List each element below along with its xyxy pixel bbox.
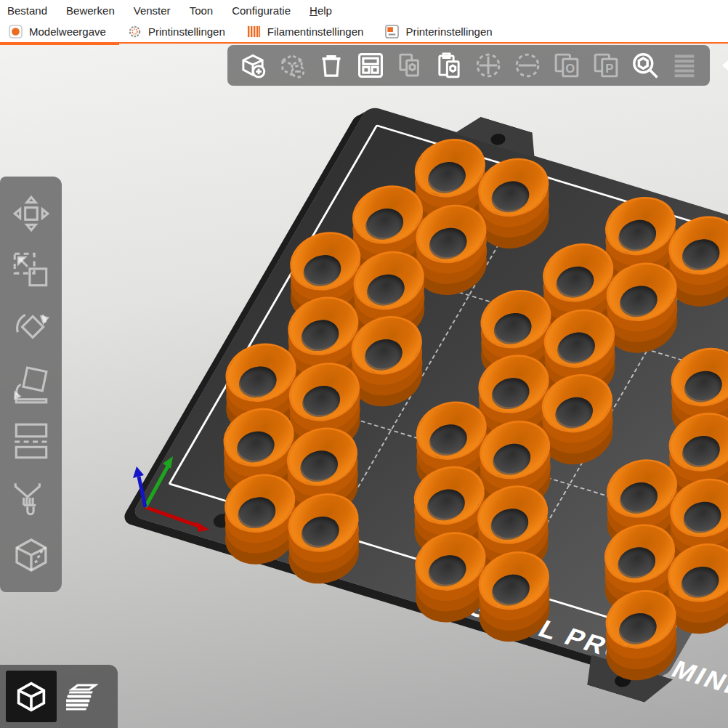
left-toolbar [0, 177, 62, 592]
tab-printerinstellingen[interactable]: Printerinstellingen [376, 20, 505, 42]
copy-button [390, 48, 429, 83]
view-switcher [0, 665, 118, 728]
rotate-tool-button[interactable] [8, 304, 54, 351]
z-axis-arrow [133, 466, 144, 478]
tab-printinstellingen[interactable]: Printinstellingen [119, 20, 238, 42]
move-tool-button[interactable] [8, 190, 54, 237]
delete-all-button[interactable] [312, 48, 351, 83]
ring-hole [676, 432, 726, 471]
cut-tool-button[interactable] [8, 418, 54, 464]
split-parts-button: P [586, 48, 626, 83]
collapse-sidebar-arrow[interactable] [722, 60, 728, 71]
paste-button[interactable] [429, 48, 469, 83]
menu-item-configuratie[interactable]: Configuratie [232, 4, 291, 17]
ring-hole [613, 282, 663, 321]
tab-modelweergave[interactable]: Modelweergave [0, 20, 119, 42]
ring-hole [678, 367, 728, 406]
place-on-face-tool-button[interactable] [8, 361, 54, 408]
menu-item-bewerken[interactable]: Bewerken [66, 4, 115, 17]
paint-supports-tool-button[interactable] [8, 475, 54, 522]
ring-hole [423, 420, 473, 459]
ring-hole [612, 216, 663, 255]
ring-hole [550, 262, 600, 302]
scale-tool-button[interactable] [8, 247, 54, 294]
ring-hole [296, 381, 347, 421]
menu-item-venster[interactable]: Venster [134, 4, 171, 17]
ring-hole [360, 270, 410, 310]
menu-item-toon[interactable]: Toon [190, 4, 214, 17]
ring-hole [485, 177, 535, 217]
ring-hole [360, 204, 410, 243]
arrange-button[interactable] [351, 48, 390, 83]
filament-settings-icon [247, 25, 261, 39]
printer-settings-icon [385, 25, 399, 39]
editor-3d-button[interactable] [6, 671, 57, 722]
ring-hole [421, 485, 471, 525]
ring-hole [487, 440, 537, 479]
ring-hole [612, 609, 663, 648]
ring-hole [551, 328, 601, 368]
search-button[interactable] [626, 48, 665, 83]
ring-hole [294, 446, 344, 485]
remove-instance-button [508, 48, 547, 83]
ring-hole [612, 543, 662, 582]
ring-hole [549, 393, 599, 432]
seam-tool-button[interactable] [8, 532, 54, 578]
top-toolbar: OP [227, 45, 710, 86]
ring-hole [485, 504, 535, 543]
bed-back-tab-notch [488, 132, 508, 147]
ring-hole [230, 427, 280, 466]
ring-hole [232, 493, 282, 533]
delete-button [272, 48, 312, 83]
ring-hole [488, 309, 538, 348]
ring-hole [232, 363, 283, 402]
model-view-icon [9, 25, 23, 39]
ring-hole [675, 562, 725, 602]
variable-layer-height-button [665, 48, 704, 83]
ring-hole [295, 316, 345, 355]
svg-text:P: P [605, 62, 613, 76]
print-bed: ORIGINAL PRUSA MINI [131, 105, 728, 679]
preview-layers-button[interactable] [61, 671, 112, 722]
ring-hole [423, 224, 473, 263]
add-instance-button [469, 48, 508, 83]
print-settings-icon [128, 25, 142, 39]
ring-hole [676, 235, 726, 275]
menu-item-help[interactable]: Help [310, 4, 332, 17]
svg-text:O: O [565, 62, 575, 76]
add-button[interactable] [233, 48, 272, 83]
ring-hole [614, 478, 664, 517]
viewport-3d[interactable]: ORIGINAL PRUSA MINI [0, 0, 728, 728]
ring-hole [421, 158, 472, 197]
ring-hole [422, 551, 472, 590]
ring-hole [295, 512, 345, 551]
menu-bar: BestandBewerkenVensterToonConfiguratieHe… [0, 0, 728, 20]
ring-hole [297, 251, 347, 290]
ring-hole [485, 570, 535, 610]
ring-hole [485, 373, 535, 413]
split-objects-button: O [547, 48, 586, 83]
ring-hole [677, 498, 727, 537]
tab-filamentinstellingen[interactable]: Filamentinstellingen [238, 20, 377, 42]
settings-tab-bar: ModelweergavePrintinstellingenFilamentin… [0, 20, 728, 44]
menu-item-bestand[interactable]: Bestand [7, 4, 47, 17]
ring-hole [358, 335, 408, 374]
bed-front-tab-hole [612, 673, 634, 689]
